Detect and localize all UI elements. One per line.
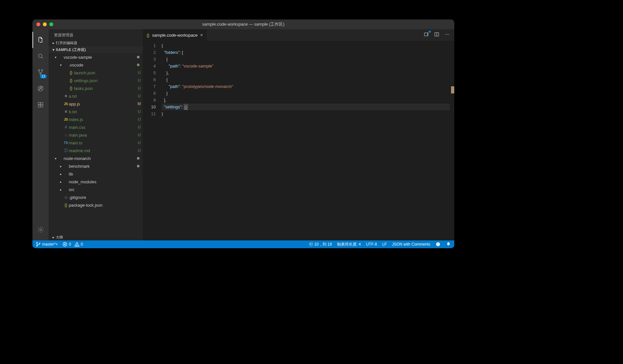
git-branch[interactable]: master*+ <box>36 242 58 247</box>
folder-row[interactable]: ▸benchmark <box>49 162 143 170</box>
chevron-right-icon: ▸ <box>51 235 56 239</box>
file-row[interactable]: {}launch.jsonU <box>49 69 143 77</box>
svg-point-19 <box>37 242 38 243</box>
file-row[interactable]: {}tasks.jsonU <box>49 84 143 92</box>
file-row[interactable]: ♨main.javaU <box>49 131 143 139</box>
git-status: U <box>136 78 143 83</box>
window-minimize-button[interactable] <box>43 22 47 26</box>
editor-tab[interactable]: {} sample.code-workspace × <box>143 29 207 41</box>
tree-item-label: readme.md <box>69 148 136 153</box>
file-tree: ▾vscode-sample▾.vscode{}launch.jsonU{}se… <box>49 53 143 234</box>
open-editors-section[interactable]: ▸ 打开的编辑器 <box>49 40 143 46</box>
cursor-position[interactable]: 行 10，列 19 <box>309 242 332 247</box>
window-title: sample.code-workspace — sample (工作区) <box>32 21 454 27</box>
workspace-section[interactable]: ▾ SAMPLE (工作区) <box>49 46 143 53</box>
chevron-down-icon: ▾ <box>51 48 56 52</box>
git-status: U <box>136 86 143 91</box>
json-icon: {} <box>68 78 74 83</box>
vscode-window: sample.code-workspace — sample (工作区) 13 <box>32 19 454 248</box>
git-status-dot <box>136 164 143 168</box>
txt-icon: ≡ <box>63 109 69 114</box>
code-editor[interactable]: 1234567891011 { "folders": [ { "path": "… <box>143 41 454 240</box>
traffic-lights <box>32 22 53 26</box>
diff-icon[interactable] <box>424 32 429 38</box>
editor-actions <box>424 29 454 41</box>
encoding[interactable]: UTF-8 <box>366 242 377 247</box>
svg-point-26 <box>77 245 77 246</box>
folder-row[interactable]: ▸lib <box>49 170 143 178</box>
minimap[interactable] <box>450 41 454 240</box>
js-icon: JS <box>63 118 69 121</box>
titlebar: sample.code-workspace — sample (工作区) <box>32 19 454 29</box>
code-content: { "folders": [ { "path": "vscode-sample"… <box>162 41 450 240</box>
svg-point-21 <box>39 243 40 244</box>
folder-row[interactable]: ▾.vscode <box>49 61 143 69</box>
explorer-icon[interactable] <box>32 32 49 48</box>
window-maximize-button[interactable] <box>49 22 53 26</box>
error-count: 0 <box>69 242 71 247</box>
git-status: U <box>136 148 143 153</box>
chevron-right-icon: ▸ <box>58 180 63 184</box>
svg-rect-10 <box>41 105 43 107</box>
source-control-icon[interactable]: 13 <box>32 64 49 80</box>
outline-label: 大纲 <box>56 235 63 240</box>
warning-count: 0 <box>81 242 83 247</box>
folder-row[interactable]: ▸src <box>49 186 143 193</box>
git-status: U <box>136 140 143 145</box>
file-row[interactable]: TSmain.tsU <box>49 139 143 147</box>
info-icon: ⓘ <box>63 148 69 153</box>
file-row[interactable]: {}package-lock.json <box>49 201 143 209</box>
ts-icon: TS <box>63 141 69 145</box>
language-mode[interactable]: JSON with Comments <box>392 242 430 247</box>
more-actions-icon[interactable] <box>445 32 450 38</box>
extensions-icon[interactable] <box>32 97 49 113</box>
css-icon: # <box>63 125 69 129</box>
svg-point-3 <box>42 70 43 71</box>
file-row[interactable]: JSapp.jsM <box>49 100 143 108</box>
svg-point-20 <box>37 245 38 246</box>
tree-item-label: b.txt <box>69 109 136 114</box>
file-row[interactable]: ◇.gitignore <box>49 193 143 201</box>
tree-item-label: tasks.json <box>74 86 136 91</box>
file-row[interactable]: ≡b.txtU <box>49 108 143 115</box>
file-row[interactable]: ⓘreadme.mdU <box>49 147 143 154</box>
svg-point-2 <box>38 70 40 71</box>
svg-rect-8 <box>38 103 40 104</box>
chevron-down-icon: ▾ <box>53 157 58 160</box>
feedback-icon[interactable] <box>435 242 441 247</box>
workspace-name: SAMPLE (工作区) <box>56 47 86 52</box>
git-status: U <box>136 94 143 98</box>
status-bar: master*+ 0 0 行 10，列 19 制表符长度: 4 UTF-8 LF… <box>32 240 454 248</box>
file-row[interactable]: JSindex.jsU <box>49 115 143 123</box>
txt-icon: ≡ <box>63 94 69 98</box>
svg-rect-11 <box>41 103 43 104</box>
close-icon[interactable]: × <box>200 32 203 38</box>
svg-point-0 <box>39 54 42 58</box>
tab-size[interactable]: 制表符长度: 4 <box>337 242 361 247</box>
activity-bar: 13 <box>32 29 49 240</box>
outline-section[interactable]: ▸ 大纲 <box>49 234 143 240</box>
settings-gear-icon[interactable] <box>32 222 49 238</box>
chevron-right-icon: ▸ <box>58 164 63 168</box>
eol[interactable]: LF <box>382 242 387 247</box>
split-editor-icon[interactable] <box>434 32 439 38</box>
diff-badge <box>429 30 431 33</box>
json-icon: {} <box>68 86 74 91</box>
tree-item-label: lib <box>69 172 136 176</box>
file-row[interactable]: {}settings.jsonU <box>49 77 143 84</box>
file-row[interactable]: ≡a.txtU <box>49 92 143 100</box>
git-status-dot <box>136 55 143 59</box>
chevron-down-icon: ▾ <box>53 55 58 59</box>
folder-row[interactable]: ▾node-monarch <box>49 154 143 162</box>
svg-rect-9 <box>38 105 40 107</box>
folder-row[interactable]: ▸node_modules <box>49 178 143 186</box>
git-status: U <box>136 109 143 114</box>
folder-row[interactable]: ▾vscode-sample <box>49 53 143 61</box>
java-icon: ♨ <box>63 133 69 137</box>
search-icon[interactable] <box>32 48 49 64</box>
problems[interactable]: 0 0 <box>62 242 83 247</box>
debug-icon[interactable] <box>32 80 49 97</box>
notifications-icon[interactable] <box>446 242 451 247</box>
window-close-button[interactable] <box>36 22 40 26</box>
file-row[interactable]: #main.cssU <box>49 123 143 131</box>
